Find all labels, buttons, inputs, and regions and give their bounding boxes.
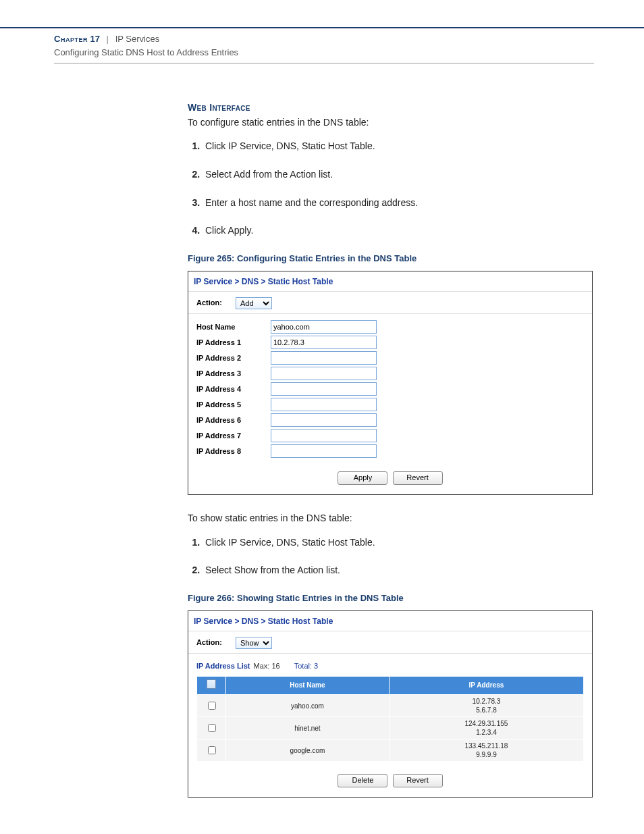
step-3: Enter a host name and the corresponding … bbox=[203, 196, 593, 211]
field-row: Host Name bbox=[196, 319, 584, 335]
cell-hostname: google.com bbox=[226, 739, 390, 762]
show-step-1: Click IP Service, DNS, Static Host Table… bbox=[203, 536, 593, 550]
row-checkbox[interactable] bbox=[208, 702, 216, 710]
action-select-show[interactable]: Show bbox=[236, 637, 272, 649]
add-button-bar: Apply Revert bbox=[196, 471, 584, 485]
table-row: hinet.net124.29.31.1551.2.3.4 bbox=[197, 717, 584, 739]
field-label: IP Address 2 bbox=[196, 353, 271, 364]
ip-list-header: IP Address List Max: 16 Total: 3 bbox=[196, 658, 584, 676]
action-label-show: Action: bbox=[196, 637, 236, 648]
col-checkbox bbox=[197, 676, 226, 695]
row-checkbox[interactable] bbox=[208, 746, 216, 754]
revert-button-add[interactable]: Revert bbox=[393, 471, 443, 485]
field-label: IP Address 4 bbox=[196, 384, 271, 395]
figure-265-caption: Figure 265: Configuring Static Entries i… bbox=[188, 252, 593, 265]
chapter-label: Chapter bbox=[54, 34, 88, 44]
header-checkbox[interactable] bbox=[207, 679, 216, 689]
action-select-add[interactable]: Add bbox=[236, 297, 272, 309]
table-row: google.com133.45.211.189.9.9.9 bbox=[197, 739, 584, 762]
show-intro: To show static entries in the DNS table: bbox=[188, 511, 593, 526]
field-label: IP Address 8 bbox=[196, 446, 271, 457]
field-label: IP Address 1 bbox=[196, 337, 271, 348]
configure-steps: Click IP Service, DNS, Static Host Table… bbox=[188, 139, 593, 238]
ip-list-total: Total: 3 bbox=[294, 662, 318, 670]
step-2: Select Add from the Action list. bbox=[203, 167, 593, 182]
action-label: Action: bbox=[196, 297, 236, 309]
ip-address-table: Host Name IP Address yahoo.com10.2.78.35… bbox=[196, 676, 584, 762]
section-title: Configuring Static DNS Host to Address E… bbox=[54, 47, 238, 57]
ip-list-title: IP Address List bbox=[196, 662, 250, 670]
field-row: IP Address 7 bbox=[196, 428, 584, 444]
apply-button[interactable]: Apply bbox=[338, 471, 387, 485]
running-header: Chapter 17 | IP Services Configuring Sta… bbox=[54, 32, 644, 59]
action-row-show: Action: Show bbox=[196, 637, 584, 649]
chapter-number: 17 bbox=[90, 34, 100, 44]
col-ipaddress: IP Address bbox=[389, 676, 583, 695]
ip-address-input-4[interactable] bbox=[271, 382, 377, 396]
cell-hostname: yahoo.com bbox=[226, 695, 390, 717]
ip-list-max: Max: 16 bbox=[254, 662, 280, 670]
field-label: IP Address 7 bbox=[196, 430, 271, 442]
row-checkbox[interactable] bbox=[208, 724, 216, 732]
field-row: IP Address 8 bbox=[196, 444, 584, 459]
revert-button-show[interactable]: Revert bbox=[393, 774, 443, 787]
hostname-input[interactable] bbox=[271, 320, 377, 334]
figure-266-panel: IP Service > DNS > Static Host Table Act… bbox=[188, 610, 593, 798]
cell-ip: 124.29.31.1551.2.3.4 bbox=[389, 717, 583, 739]
web-interface-heading: Web Interface bbox=[188, 101, 593, 115]
step-1: Click IP Service, DNS, Static Host Table… bbox=[203, 139, 593, 154]
col-hostname: Host Name bbox=[226, 676, 390, 695]
ip-address-input-7[interactable] bbox=[271, 429, 377, 442]
panel-show-breadcrumb: IP Service > DNS > Static Host Table bbox=[188, 611, 592, 631]
figure-265-panel: IP Service > DNS > Static Host Table Act… bbox=[188, 271, 593, 495]
row-checkbox-cell bbox=[197, 739, 226, 762]
field-row: IP Address 2 bbox=[196, 350, 584, 366]
ip-address-input-8[interactable] bbox=[271, 444, 377, 458]
panel-add-breadcrumb: IP Service > DNS > Static Host Table bbox=[188, 271, 592, 292]
figure-266-caption: Figure 266: Showing Static Entries in th… bbox=[188, 592, 593, 605]
ip-address-input-6[interactable] bbox=[271, 413, 377, 427]
ip-address-input-2[interactable] bbox=[271, 351, 377, 365]
delete-button[interactable]: Delete bbox=[338, 774, 387, 787]
step-4: Click Apply. bbox=[203, 224, 593, 238]
table-row: yahoo.com10.2.78.35.6.7.8 bbox=[197, 695, 584, 717]
ip-address-input-1[interactable] bbox=[271, 336, 377, 349]
cell-hostname: hinet.net bbox=[226, 717, 390, 739]
ip-address-input-5[interactable] bbox=[271, 398, 377, 411]
field-row: IP Address 3 bbox=[196, 366, 584, 382]
field-row: IP Address 1 bbox=[196, 335, 584, 350]
field-row: IP Address 4 bbox=[196, 382, 584, 397]
row-checkbox-cell bbox=[197, 695, 226, 717]
top-rule bbox=[0, 27, 644, 28]
action-row-add: Action: Add bbox=[196, 297, 584, 309]
show-steps: Click IP Service, DNS, Static Host Table… bbox=[188, 536, 593, 578]
chapter-title: IP Services bbox=[115, 34, 160, 44]
row-checkbox-cell bbox=[197, 717, 226, 739]
field-label: IP Address 3 bbox=[196, 368, 271, 380]
show-step-2: Select Show from the Action list. bbox=[203, 563, 593, 578]
field-label: IP Address 6 bbox=[196, 415, 271, 426]
cell-ip: 10.2.78.35.6.7.8 bbox=[389, 695, 583, 717]
field-label: IP Address 5 bbox=[196, 399, 271, 411]
ip-fields: Host NameIP Address 1IP Address 2IP Addr… bbox=[196, 319, 584, 459]
separator: | bbox=[107, 34, 109, 44]
intro-text: To configure static entries in the DNS t… bbox=[188, 115, 593, 130]
show-button-bar: Delete Revert bbox=[196, 774, 584, 787]
cell-ip: 133.45.211.189.9.9.9 bbox=[389, 739, 583, 762]
field-label: Host Name bbox=[196, 321, 271, 333]
field-row: IP Address 6 bbox=[196, 413, 584, 428]
field-row: IP Address 5 bbox=[196, 397, 584, 413]
header-rule bbox=[54, 63, 594, 63]
ip-address-input-3[interactable] bbox=[271, 367, 377, 380]
